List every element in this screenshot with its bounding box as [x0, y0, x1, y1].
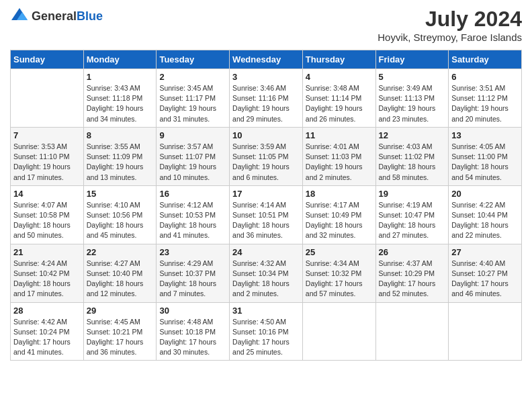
calendar-cell: 5Sunrise: 3:49 AM Sunset: 11:13 PM Dayli… [375, 69, 449, 128]
day-number: 21 [13, 247, 81, 257]
calendar-week-row: 1Sunrise: 3:43 AM Sunset: 11:18 PM Dayli… [11, 69, 522, 128]
day-info: Sunrise: 4:10 AM Sunset: 10:56 PM Daylig… [87, 200, 154, 241]
calendar-cell: 28Sunrise: 4:42 AM Sunset: 10:24 PM Dayl… [11, 302, 84, 361]
calendar-cell: 9Sunrise: 3:57 AM Sunset: 11:07 PM Dayli… [157, 127, 230, 185]
day-number: 8 [87, 130, 154, 140]
weekday-header-row: SundayMondayTuesdayWednesdayThursdayFrid… [11, 50, 522, 69]
month-title: July 2024 [378, 7, 522, 32]
day-info: Sunrise: 3:51 AM Sunset: 11:12 PM Daylig… [451, 83, 519, 124]
calendar-week-row: 28Sunrise: 4:42 AM Sunset: 10:24 PM Dayl… [11, 302, 522, 361]
calendar-cell [375, 302, 449, 361]
logo: GeneralBlue [10, 7, 103, 26]
page-header: GeneralBlue July 2024 Hoyvik, Streymoy, … [10, 7, 522, 47]
calendar-cell: 3Sunrise: 3:46 AM Sunset: 11:16 PM Dayli… [230, 69, 303, 128]
day-number: 26 [379, 247, 446, 257]
calendar-cell: 16Sunrise: 4:12 AM Sunset: 10:53 PM Dayl… [157, 185, 230, 244]
day-info: Sunrise: 3:43 AM Sunset: 11:18 PM Daylig… [87, 83, 154, 124]
calendar-cell: 7Sunrise: 3:53 AM Sunset: 11:10 PM Dayli… [11, 127, 84, 185]
day-number: 11 [306, 130, 373, 140]
calendar-week-row: 7Sunrise: 3:53 AM Sunset: 11:10 PM Dayli… [11, 127, 522, 185]
day-number: 7 [13, 130, 81, 140]
day-number: 17 [232, 189, 300, 199]
day-number: 18 [306, 189, 373, 199]
day-info: Sunrise: 4:17 AM Sunset: 10:49 PM Daylig… [306, 200, 373, 241]
calendar-cell: 14Sunrise: 4:07 AM Sunset: 10:58 PM Dayl… [11, 185, 84, 244]
day-number: 29 [87, 306, 154, 316]
day-info: Sunrise: 3:48 AM Sunset: 11:14 PM Daylig… [306, 83, 373, 124]
day-info: Sunrise: 4:01 AM Sunset: 11:03 PM Daylig… [306, 142, 373, 183]
day-number: 1 [87, 72, 154, 82]
day-number: 13 [451, 130, 519, 140]
day-info: Sunrise: 4:40 AM Sunset: 10:27 PM Daylig… [451, 259, 519, 300]
calendar-cell: 12Sunrise: 4:03 AM Sunset: 11:02 PM Dayl… [375, 127, 449, 185]
day-info: Sunrise: 4:22 AM Sunset: 10:44 PM Daylig… [451, 200, 519, 241]
calendar-cell: 19Sunrise: 4:19 AM Sunset: 10:47 PM Dayl… [375, 185, 449, 244]
title-block: July 2024 Hoyvik, Streymoy, Faroe Island… [378, 7, 522, 47]
calendar-cell: 27Sunrise: 4:40 AM Sunset: 10:27 PM Dayl… [449, 244, 522, 302]
logo-blue: Blue [77, 9, 103, 23]
day-info: Sunrise: 4:03 AM Sunset: 11:02 PM Daylig… [379, 142, 446, 183]
day-info: Sunrise: 3:55 AM Sunset: 11:09 PM Daylig… [87, 142, 154, 183]
day-number: 9 [159, 130, 226, 140]
logo-text: GeneralBlue [32, 9, 103, 24]
calendar-cell [11, 69, 84, 128]
day-number: 10 [232, 130, 300, 140]
calendar-cell: 13Sunrise: 4:05 AM Sunset: 11:00 PM Dayl… [449, 127, 522, 185]
calendar-cell: 23Sunrise: 4:29 AM Sunset: 10:37 PM Dayl… [157, 244, 230, 302]
day-info: Sunrise: 4:05 AM Sunset: 11:00 PM Daylig… [451, 142, 519, 183]
day-number: 31 [232, 306, 300, 316]
day-number: 20 [451, 189, 519, 199]
logo-general: General [32, 9, 77, 23]
calendar-week-row: 21Sunrise: 4:24 AM Sunset: 10:42 PM Dayl… [11, 244, 522, 302]
calendar-cell: 21Sunrise: 4:24 AM Sunset: 10:42 PM Dayl… [11, 244, 84, 302]
calendar-cell: 25Sunrise: 4:34 AM Sunset: 10:32 PM Dayl… [302, 244, 375, 302]
calendar-cell: 26Sunrise: 4:37 AM Sunset: 10:29 PM Dayl… [375, 244, 449, 302]
day-info: Sunrise: 3:46 AM Sunset: 11:16 PM Daylig… [232, 83, 300, 124]
calendar-cell: 22Sunrise: 4:27 AM Sunset: 10:40 PM Dayl… [83, 244, 157, 302]
day-number: 24 [232, 247, 300, 257]
weekday-header-tuesday: Tuesday [157, 50, 230, 69]
day-number: 5 [379, 72, 446, 82]
day-info: Sunrise: 4:42 AM Sunset: 10:24 PM Daylig… [13, 317, 81, 358]
location-title: Hoyvik, Streymoy, Faroe Islands [378, 32, 522, 43]
day-number: 15 [87, 189, 154, 199]
day-number: 19 [379, 189, 446, 199]
calendar-cell: 2Sunrise: 3:45 AM Sunset: 11:17 PM Dayli… [157, 69, 230, 128]
day-info: Sunrise: 4:32 AM Sunset: 10:34 PM Daylig… [232, 259, 300, 300]
calendar-cell: 18Sunrise: 4:17 AM Sunset: 10:49 PM Dayl… [302, 185, 375, 244]
calendar-cell: 20Sunrise: 4:22 AM Sunset: 10:44 PM Dayl… [449, 185, 522, 244]
day-number: 2 [159, 72, 226, 82]
calendar-cell: 10Sunrise: 3:59 AM Sunset: 11:05 PM Dayl… [230, 127, 303, 185]
weekday-header-thursday: Thursday [302, 50, 375, 69]
day-info: Sunrise: 4:27 AM Sunset: 10:40 PM Daylig… [87, 259, 154, 300]
day-info: Sunrise: 4:14 AM Sunset: 10:51 PM Daylig… [232, 200, 300, 241]
day-info: Sunrise: 4:45 AM Sunset: 10:21 PM Daylig… [87, 317, 154, 358]
calendar-cell: 1Sunrise: 3:43 AM Sunset: 11:18 PM Dayli… [83, 69, 157, 128]
weekday-header-monday: Monday [83, 50, 157, 69]
weekday-header-friday: Friday [375, 50, 449, 69]
day-number: 6 [451, 72, 519, 82]
day-info: Sunrise: 4:07 AM Sunset: 10:58 PM Daylig… [13, 200, 81, 241]
calendar-cell: 6Sunrise: 3:51 AM Sunset: 11:12 PM Dayli… [449, 69, 522, 128]
day-number: 25 [306, 247, 373, 257]
day-info: Sunrise: 4:24 AM Sunset: 10:42 PM Daylig… [13, 259, 81, 300]
day-info: Sunrise: 4:19 AM Sunset: 10:47 PM Daylig… [379, 200, 446, 241]
day-info: Sunrise: 3:49 AM Sunset: 11:13 PM Daylig… [379, 83, 446, 124]
day-info: Sunrise: 3:59 AM Sunset: 11:05 PM Daylig… [232, 142, 300, 183]
day-number: 12 [379, 130, 446, 140]
weekday-header-sunday: Sunday [11, 50, 84, 69]
calendar-cell: 17Sunrise: 4:14 AM Sunset: 10:51 PM Dayl… [230, 185, 303, 244]
weekday-header-saturday: Saturday [449, 50, 522, 69]
calendar-cell: 29Sunrise: 4:45 AM Sunset: 10:21 PM Dayl… [83, 302, 157, 361]
day-number: 4 [306, 72, 373, 82]
day-info: Sunrise: 4:50 AM Sunset: 10:16 PM Daylig… [232, 317, 300, 358]
day-info: Sunrise: 4:48 AM Sunset: 10:18 PM Daylig… [159, 317, 226, 358]
calendar-cell: 24Sunrise: 4:32 AM Sunset: 10:34 PM Dayl… [230, 244, 303, 302]
day-number: 3 [232, 72, 300, 82]
day-number: 14 [13, 189, 81, 199]
calendar-cell [449, 302, 522, 361]
calendar-cell: 11Sunrise: 4:01 AM Sunset: 11:03 PM Dayl… [302, 127, 375, 185]
day-info: Sunrise: 4:34 AM Sunset: 10:32 PM Daylig… [306, 259, 373, 300]
calendar-table: SundayMondayTuesdayWednesdayThursdayFrid… [10, 50, 522, 361]
day-info: Sunrise: 3:53 AM Sunset: 11:10 PM Daylig… [13, 142, 81, 183]
